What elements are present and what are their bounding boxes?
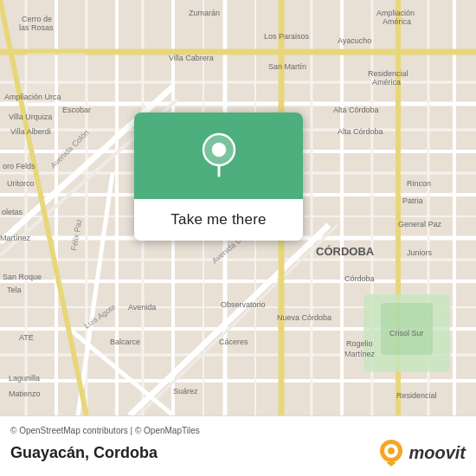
svg-text:oro Felds: oro Felds: [3, 162, 35, 170]
svg-text:Tela: Tela: [7, 286, 22, 294]
svg-text:Villa Cabrera: Villa Cabrera: [169, 54, 214, 62]
moovit-icon: [377, 439, 405, 466]
svg-text:Crisol Sur: Crisol Sur: [389, 329, 424, 338]
svg-text:Suárez: Suárez: [173, 387, 198, 396]
svg-text:Ampliación Urca: Ampliación Urca: [4, 93, 61, 101]
svg-text:Uritorco: Uritorco: [7, 179, 35, 188]
svg-text:Escobar: Escobar: [62, 106, 91, 114]
svg-text:Alta Córdoba: Alta Córdoba: [338, 127, 383, 136]
popup-header: [134, 113, 303, 199]
svg-text:Lagunilla: Lagunilla: [9, 374, 40, 383]
svg-text:las Rosas: las Rosas: [19, 23, 54, 32]
svg-text:Martínez: Martínez: [0, 234, 31, 242]
svg-text:Residencial: Residencial: [396, 391, 437, 400]
svg-text:América: América: [383, 17, 411, 26]
svg-text:Residencial: Residencial: [368, 69, 408, 78]
svg-text:Rincon: Rincon: [407, 179, 431, 188]
svg-text:Rogelio: Rogelio: [346, 339, 373, 348]
location-pin-icon: [200, 132, 238, 179]
take-me-there-button[interactable]: Take me there: [134, 199, 303, 241]
svg-text:Balcarce: Balcarce: [110, 338, 140, 346]
svg-text:Ayacucho: Ayacucho: [338, 36, 371, 45]
svg-text:General Paz: General Paz: [398, 220, 442, 228]
svg-text:Villa Alberdi: Villa Alberdi: [10, 127, 51, 136]
map-area[interactable]: Cerro de las Rosas Zumarán Ampliación Am…: [0, 0, 476, 415]
svg-text:Córdoba: Córdoba: [344, 274, 375, 283]
svg-text:Avenida: Avenida: [128, 303, 156, 312]
svg-text:Observatorio: Observatorio: [221, 300, 266, 309]
svg-text:Alta Córdoba: Alta Córdoba: [333, 106, 379, 114]
svg-text:Matienzo: Matienzo: [9, 389, 41, 398]
svg-text:San Roque: San Roque: [3, 273, 42, 281]
svg-rect-45: [57, 53, 86, 81]
location-label: Guayacán, Cordoba: [10, 444, 158, 462]
svg-text:Cáceres: Cáceres: [219, 338, 248, 346]
svg-text:San Martín: San Martín: [268, 62, 306, 71]
moovit-label: moovit: [408, 443, 466, 463]
svg-point-94: [212, 143, 226, 157]
location-popup: Take me there: [134, 113, 303, 241]
svg-text:Juniors: Juniors: [407, 248, 433, 257]
svg-text:Martínez: Martínez: [344, 350, 376, 358]
svg-text:oletas: oletas: [2, 208, 23, 216]
map-attribution: © OpenStreetMap contributors | © OpenMap…: [10, 426, 466, 435]
svg-text:Los Paraisos: Los Paraisos: [264, 32, 310, 41]
svg-text:Zumarán: Zumarán: [189, 9, 220, 17]
bottom-info-bar: © OpenStreetMap contributors | © OpenMap…: [0, 415, 476, 476]
svg-text:ATE: ATE: [19, 333, 34, 342]
bottom-row: Guayacán, Cordoba moovit: [10, 439, 466, 466]
svg-rect-44: [27, 53, 55, 81]
svg-text:América: América: [372, 78, 401, 87]
svg-text:CÓRDOBA: CÓRDOBA: [316, 245, 375, 258]
svg-text:Villa Urquiza: Villa Urquiza: [9, 113, 52, 121]
svg-point-97: [388, 447, 395, 454]
svg-text:Ampliación: Ampliación: [376, 9, 415, 17]
svg-text:Cerro de: Cerro de: [22, 15, 52, 23]
svg-text:Patria: Patria: [402, 196, 423, 205]
moovit-logo: moovit: [377, 439, 466, 466]
svg-text:Nueva Córdoba: Nueva Córdoba: [277, 313, 331, 322]
